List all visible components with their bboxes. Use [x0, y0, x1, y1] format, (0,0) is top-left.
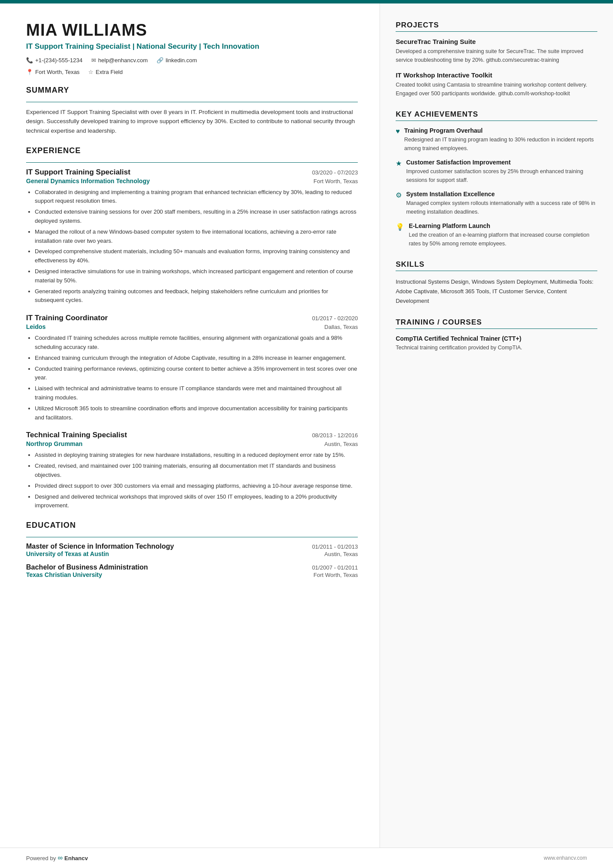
- training-name-1: CompTIA Certified Technical Trainer (CTT…: [396, 335, 597, 342]
- footer-left: Powered by ∞ Enhancv: [26, 854, 88, 862]
- location-item: 📍 Fort Worth, Texas: [26, 69, 80, 75]
- exp-dates-3: 08/2013 - 12/2016: [312, 432, 358, 439]
- bullet: Developed comprehensive student material…: [35, 247, 358, 265]
- linkedin-icon: 🔗: [157, 57, 163, 64]
- email-text: help@enhancv.com: [98, 57, 148, 64]
- powered-by-text: Powered by: [26, 855, 56, 861]
- summary-title: SUMMARY: [26, 86, 358, 95]
- exp-company-2: Leidos: [26, 323, 46, 330]
- exp-bullets-1: Collaborated in designing and implementi…: [26, 188, 358, 305]
- footer-website: www.enhancv.com: [544, 855, 587, 861]
- linkedin-text: linkedin.com: [166, 57, 197, 64]
- exp-company-row-1: General Dynamics Information Technology …: [26, 178, 358, 184]
- enhancv-heart-icon: ∞: [58, 854, 63, 862]
- linkedin-item: 🔗 linkedin.com: [157, 57, 197, 64]
- location-icon: 📍: [26, 69, 33, 75]
- bullet: Provided direct support to over 300 cust…: [35, 482, 358, 491]
- exp-bullets-2: Coordinated IT training schedules across…: [26, 334, 358, 422]
- achievement-title-4: E-Learning Platform Launch: [409, 222, 597, 229]
- project-desc-1: Developed a comprehensive training suite…: [396, 47, 597, 64]
- contact-row: 📞 +1-(234)-555-1234 ✉ help@enhancv.com 🔗…: [26, 57, 358, 64]
- projects-title: PROJECTS: [396, 21, 597, 30]
- heart-icon: ♥: [396, 127, 400, 153]
- bullet: Conducted training performance reviews, …: [35, 365, 358, 383]
- achievement-title-1: Training Program Overhaul: [404, 127, 597, 134]
- bullet: Collaborated in designing and implementi…: [35, 188, 358, 206]
- training-title: TRAINING / COURSES: [396, 318, 597, 327]
- bullet: Designed interactive simulations for use…: [35, 267, 358, 285]
- phone-icon: 📞: [26, 57, 33, 64]
- bullet: Managed the rollout of a new Windows-bas…: [35, 228, 358, 246]
- summary-text: Experienced IT Support Training Speciali…: [26, 107, 358, 136]
- phone-item: 📞 +1-(234)-555-1234: [26, 57, 83, 64]
- exp-company-row-2: Leidos Dallas, Texas: [26, 323, 358, 330]
- left-column: MIA WILLIAMS IT Support Training Special…: [0, 3, 380, 848]
- exp-location-3: Austin, Texas: [324, 441, 358, 447]
- brand-name: Enhancv: [64, 855, 88, 861]
- projects-section: PROJECTS SecureTrac Training Suite Devel…: [396, 21, 597, 98]
- project-1: SecureTrac Training Suite Developed a co…: [396, 38, 597, 64]
- exp-header-row-2: IT Training Coordinator 01/2017 - 02/202…: [26, 314, 358, 322]
- achievement-title-2: Customer Satisfaction Improvement: [406, 159, 597, 166]
- project-name-1: SecureTrac Training Suite: [396, 38, 597, 45]
- training-divider: [396, 328, 597, 329]
- achievement-content-3: System Installation Excellence Managed c…: [406, 191, 597, 216]
- achievement-3: ⚙ System Installation Excellence Managed…: [396, 191, 597, 216]
- edu-school-row-1: University of Texas at Austin Austin, Te…: [26, 550, 358, 557]
- exp-location-1: Fort Worth, Texas: [313, 178, 358, 184]
- projects-divider: [396, 31, 597, 32]
- project-2: IT Workshop Interactive Toolkit Created …: [396, 71, 597, 98]
- exp-company-row-3: Northrop Grumman Austin, Texas: [26, 440, 358, 447]
- edu-header-row-2: Bachelor of Business Administration 01/2…: [26, 563, 358, 571]
- bullet: Enhanced training curriculum through the…: [35, 354, 358, 363]
- edu-degree-1: Master of Science in Information Technol…: [26, 543, 174, 550]
- right-column: PROJECTS SecureTrac Training Suite Devel…: [380, 3, 613, 848]
- experience-section: EXPERIENCE IT Support Training Specialis…: [26, 146, 358, 511]
- achievement-desc-2: Improved customer satisfaction scores by…: [406, 167, 597, 184]
- bullet: Designed and delivered technical worksho…: [35, 493, 358, 511]
- education-section: EDUCATION Master of Science in Informati…: [26, 521, 358, 578]
- exp-entry-1: IT Support Training Specialist 03/2020 -…: [26, 168, 358, 305]
- edu-location-1: Austin, Texas: [324, 551, 358, 557]
- achievement-4: 💡 E-Learning Platform Launch Led the cre…: [396, 222, 597, 248]
- location-text: Fort Worth, Texas: [35, 69, 80, 75]
- bullet: Conducted extensive training sessions fo…: [35, 208, 358, 226]
- edu-school-1: University of Texas at Austin: [26, 550, 109, 557]
- edu-location-2: Fort Worth, Texas: [313, 572, 358, 578]
- exp-entry-2: IT Training Coordinator 01/2017 - 02/202…: [26, 314, 358, 422]
- exp-location-2: Dallas, Texas: [324, 324, 358, 330]
- exp-header-row-3: Technical Training Specialist 08/2013 - …: [26, 431, 358, 439]
- email-icon: ✉: [91, 57, 96, 64]
- achievement-title-3: System Installation Excellence: [406, 191, 597, 198]
- email-item: ✉ help@enhancv.com: [91, 57, 148, 64]
- resume-wrapper: MIA WILLIAMS IT Support Training Special…: [0, 0, 613, 868]
- education-divider: [26, 537, 358, 537]
- phone-text: +1-(234)-555-1234: [35, 57, 83, 64]
- edu-school-row-2: Texas Christian University Fort Worth, T…: [26, 571, 358, 578]
- bulb-icon: 💡: [396, 223, 404, 248]
- edu-entry-2: Bachelor of Business Administration 01/2…: [26, 563, 358, 578]
- resume-body: MIA WILLIAMS IT Support Training Special…: [0, 3, 613, 848]
- achievement-1: ♥ Training Program Overhaul Redesigned a…: [396, 127, 597, 153]
- star-icon: ☆: [88, 69, 93, 75]
- bullet: Created, revised, and maintained over 10…: [35, 462, 358, 480]
- achievements-divider: [396, 121, 597, 121]
- achievement-desc-3: Managed complex system rollouts internat…: [406, 199, 597, 216]
- achievement-desc-4: Led the creation of an e-learning platfo…: [409, 231, 597, 248]
- training-entry-1: CompTIA Certified Technical Trainer (CTT…: [396, 335, 597, 352]
- bullet: Assisted in deploying training strategie…: [35, 451, 358, 460]
- exp-company-3: Northrop Grumman: [26, 440, 83, 447]
- exp-title-1: IT Support Training Specialist: [26, 168, 130, 177]
- experience-divider: [26, 162, 358, 163]
- bullet: Coordinated IT training schedules across…: [35, 334, 358, 352]
- achievement-content-1: Training Program Overhaul Redesigned an …: [404, 127, 597, 153]
- bullet: Generated reports analyzing training out…: [35, 287, 358, 305]
- summary-divider: [26, 102, 358, 102]
- gear-achievement-icon: ⚙: [396, 191, 402, 216]
- extra-text: Extra Field: [96, 69, 123, 75]
- education-title: EDUCATION: [26, 521, 358, 530]
- exp-dates-1: 03/2020 - 07/2023: [312, 169, 358, 176]
- training-section: TRAINING / COURSES CompTIA Certified Tec…: [396, 318, 597, 352]
- candidate-title: IT Support Training Specialist | Nationa…: [26, 41, 358, 52]
- skills-section: SKILLS Instructional Systems Design, Win…: [396, 260, 597, 306]
